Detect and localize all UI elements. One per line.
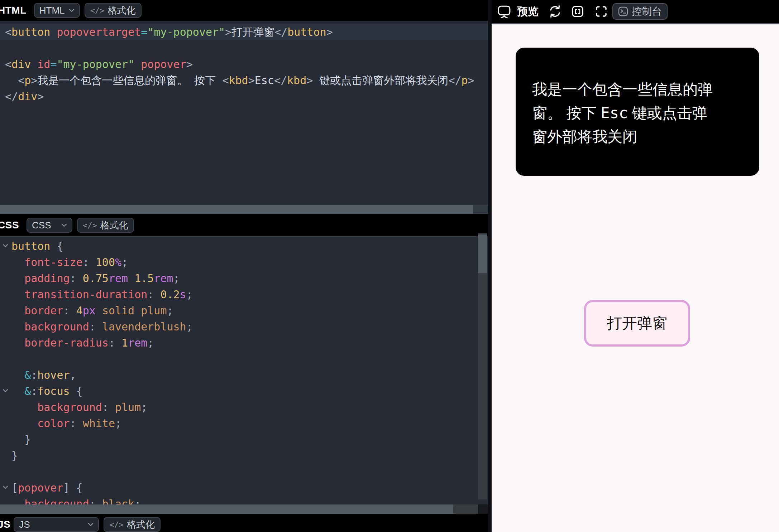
- code-line: &:hover,: [11, 367, 488, 383]
- html-code-editor[interactable]: <button popovertarget="my-popover">打开弹窗<…: [0, 21, 488, 205]
- panel-divider[interactable]: [488, 0, 492, 532]
- js-dropdown-value: JS: [19, 519, 30, 530]
- css-horizontal-scrollbar[interactable]: [0, 504, 488, 514]
- open-popover-button[interactable]: 打开弹窗: [584, 300, 690, 347]
- refresh-icon[interactable]: [549, 5, 561, 18]
- code-line: background: lavenderblush;: [11, 319, 488, 335]
- popover-text-line: 窗外部将我关闭: [532, 125, 743, 149]
- js-format-button[interactable]: </> 格式化: [104, 517, 161, 532]
- code-line: <p>我是一个包含一些信息的弹窗。 按下 <kbd>Esc</kbd> 键或点击…: [5, 72, 488, 88]
- chevron-down-icon: [69, 9, 75, 12]
- code-line: [popover] {: [11, 480, 488, 496]
- code-line: color: white;: [11, 415, 488, 431]
- code-line: button {: [11, 238, 488, 254]
- css-scrollbar-thumb[interactable]: [0, 504, 453, 514]
- css-format-label: 格式化: [100, 219, 128, 232]
- code-line: background: black;: [11, 496, 488, 504]
- html-panel-label: HTML: [0, 5, 27, 16]
- editors-column: HTML HTML </> 格式化 <button popovertarget=…: [0, 0, 488, 532]
- css-vertical-scrollbar-thumb[interactable]: [478, 234, 487, 273]
- popover-text-line: 我是一个包含一些信息的弹: [532, 78, 743, 101]
- preview-panel: 预览: [492, 0, 779, 532]
- code-line: }: [11, 448, 488, 464]
- code-line: background: plum;: [11, 399, 488, 415]
- html-panel-header: HTML HTML </> 格式化: [0, 0, 488, 21]
- js-panel-label: JS: [0, 519, 10, 530]
- html-horizontal-scrollbar[interactable]: [0, 205, 488, 214]
- css-code-editor[interactable]: button { font-size: 100%; padding: 0.75r…: [0, 237, 488, 504]
- js-panel-header: JS JS </> 格式化: [0, 514, 488, 532]
- html-dropdown-value: HTML: [39, 5, 65, 16]
- code-line: [11, 351, 488, 367]
- code-line: [11, 464, 488, 480]
- html-language-dropdown[interactable]: HTML: [34, 3, 80, 18]
- code-line: </div>: [5, 88, 488, 105]
- monitor-icon: [497, 5, 511, 18]
- playground-app: HTML HTML </> 格式化 <button popovertarget=…: [0, 0, 779, 532]
- code-line: }: [11, 431, 488, 448]
- chevron-down-icon: [88, 523, 94, 526]
- js-language-dropdown[interactable]: JS: [14, 517, 99, 532]
- preview-header: 预览: [492, 0, 779, 24]
- code-line: border-radius: 1rem;: [11, 335, 488, 351]
- kbd-esc: Esc: [601, 104, 628, 122]
- html-scrollbar-thumb[interactable]: [0, 205, 473, 214]
- css-format-button[interactable]: </> 格式化: [77, 218, 134, 233]
- console-label: 控制台: [632, 5, 662, 18]
- css-language-dropdown[interactable]: CSS: [27, 218, 72, 233]
- code-line: font-size: 100%;: [11, 254, 488, 270]
- preview-title: 预览: [517, 4, 539, 19]
- code-line: <div id="my-popover" popover>: [5, 56, 488, 72]
- fold-arrow-icon[interactable]: [2, 485, 9, 489]
- terminal-icon: [618, 6, 628, 16]
- code-line: [5, 40, 488, 56]
- html-format-button[interactable]: </> 格式化: [85, 3, 142, 18]
- html-format-label: 格式化: [108, 4, 136, 17]
- css-vertical-scrollbar[interactable]: [478, 233, 487, 499]
- css-dropdown-value: CSS: [32, 220, 51, 231]
- popover-box: 我是一个包含一些信息的弹窗。 按下 Esc 键或点击弹窗外部将我关闭: [516, 48, 759, 176]
- code-line: padding: 0.75rem 1.5rem;: [11, 270, 488, 286]
- js-format-label: 格式化: [127, 518, 155, 531]
- popover-text-line: 窗。 按下 Esc 键或点击弹: [532, 101, 743, 125]
- css-panel-label: CSS: [0, 219, 19, 231]
- open-in-frame-icon[interactable]: [572, 5, 584, 18]
- chevron-down-icon: [61, 223, 67, 227]
- code-brackets-icon: </>: [90, 6, 105, 15]
- code-line: border: 4px solid plum;: [11, 303, 488, 319]
- code-brackets-icon: </>: [109, 520, 124, 529]
- console-button[interactable]: 控制台: [612, 3, 668, 20]
- fold-arrow-icon[interactable]: [2, 388, 9, 393]
- code-line: &:focus {: [11, 383, 488, 399]
- fullscreen-icon[interactable]: [595, 5, 607, 18]
- code-line: <button popovertarget="my-popover">打开弹窗<…: [5, 24, 488, 40]
- fold-arrow-icon[interactable]: [2, 243, 9, 248]
- scrollbar-corner: [478, 504, 488, 514]
- code-brackets-icon: </>: [83, 221, 97, 230]
- code-line: transition-duration: 0.2s;: [11, 286, 488, 303]
- css-panel-header: CSS CSS </> 格式化: [0, 214, 488, 237]
